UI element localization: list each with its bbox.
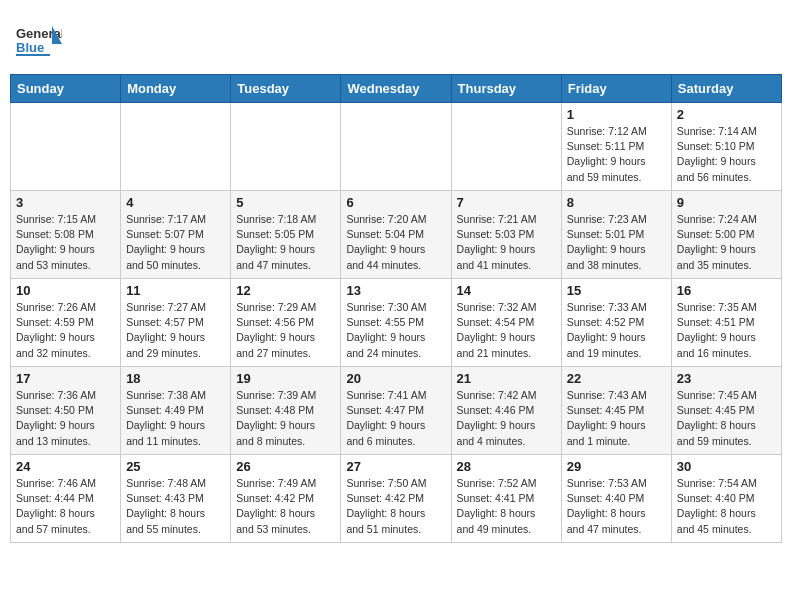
day-info: Sunrise: 7:17 AM Sunset: 5:07 PM Dayligh…	[126, 212, 225, 273]
day-info: Sunrise: 7:50 AM Sunset: 4:42 PM Dayligh…	[346, 476, 445, 537]
day-info: Sunrise: 7:24 AM Sunset: 5:00 PM Dayligh…	[677, 212, 776, 273]
day-info: Sunrise: 7:35 AM Sunset: 4:51 PM Dayligh…	[677, 300, 776, 361]
day-number: 6	[346, 195, 445, 210]
calendar-cell	[451, 103, 561, 191]
calendar-cell: 15Sunrise: 7:33 AM Sunset: 4:52 PM Dayli…	[561, 279, 671, 367]
svg-text:Blue: Blue	[16, 40, 44, 55]
day-number: 27	[346, 459, 445, 474]
day-number: 9	[677, 195, 776, 210]
calendar-week-2: 3Sunrise: 7:15 AM Sunset: 5:08 PM Daylig…	[11, 191, 782, 279]
logo: General Blue	[14, 16, 66, 68]
calendar-cell: 2Sunrise: 7:14 AM Sunset: 5:10 PM Daylig…	[671, 103, 781, 191]
logo-icon: General Blue	[14, 16, 62, 68]
day-number: 1	[567, 107, 666, 122]
calendar-cell: 12Sunrise: 7:29 AM Sunset: 4:56 PM Dayli…	[231, 279, 341, 367]
day-number: 25	[126, 459, 225, 474]
calendar-cell: 22Sunrise: 7:43 AM Sunset: 4:45 PM Dayli…	[561, 367, 671, 455]
day-number: 10	[16, 283, 115, 298]
day-number: 30	[677, 459, 776, 474]
calendar-cell: 5Sunrise: 7:18 AM Sunset: 5:05 PM Daylig…	[231, 191, 341, 279]
weekday-header-thursday: Thursday	[451, 75, 561, 103]
calendar-cell: 10Sunrise: 7:26 AM Sunset: 4:59 PM Dayli…	[11, 279, 121, 367]
day-info: Sunrise: 7:15 AM Sunset: 5:08 PM Dayligh…	[16, 212, 115, 273]
calendar-cell: 24Sunrise: 7:46 AM Sunset: 4:44 PM Dayli…	[11, 455, 121, 543]
day-info: Sunrise: 7:33 AM Sunset: 4:52 PM Dayligh…	[567, 300, 666, 361]
day-info: Sunrise: 7:32 AM Sunset: 4:54 PM Dayligh…	[457, 300, 556, 361]
weekday-header-row: SundayMondayTuesdayWednesdayThursdayFrid…	[11, 75, 782, 103]
day-number: 16	[677, 283, 776, 298]
calendar-cell	[341, 103, 451, 191]
day-info: Sunrise: 7:48 AM Sunset: 4:43 PM Dayligh…	[126, 476, 225, 537]
page-header: General Blue	[10, 10, 782, 68]
day-number: 18	[126, 371, 225, 386]
calendar-cell	[231, 103, 341, 191]
calendar-cell: 27Sunrise: 7:50 AM Sunset: 4:42 PM Dayli…	[341, 455, 451, 543]
day-number: 17	[16, 371, 115, 386]
day-info: Sunrise: 7:52 AM Sunset: 4:41 PM Dayligh…	[457, 476, 556, 537]
calendar-cell: 21Sunrise: 7:42 AM Sunset: 4:46 PM Dayli…	[451, 367, 561, 455]
calendar-cell	[11, 103, 121, 191]
day-info: Sunrise: 7:29 AM Sunset: 4:56 PM Dayligh…	[236, 300, 335, 361]
calendar-cell: 4Sunrise: 7:17 AM Sunset: 5:07 PM Daylig…	[121, 191, 231, 279]
day-info: Sunrise: 7:14 AM Sunset: 5:10 PM Dayligh…	[677, 124, 776, 185]
day-info: Sunrise: 7:26 AM Sunset: 4:59 PM Dayligh…	[16, 300, 115, 361]
day-number: 23	[677, 371, 776, 386]
day-number: 2	[677, 107, 776, 122]
day-info: Sunrise: 7:36 AM Sunset: 4:50 PM Dayligh…	[16, 388, 115, 449]
day-info: Sunrise: 7:41 AM Sunset: 4:47 PM Dayligh…	[346, 388, 445, 449]
day-number: 15	[567, 283, 666, 298]
weekday-header-friday: Friday	[561, 75, 671, 103]
day-info: Sunrise: 7:27 AM Sunset: 4:57 PM Dayligh…	[126, 300, 225, 361]
day-number: 5	[236, 195, 335, 210]
calendar-cell: 11Sunrise: 7:27 AM Sunset: 4:57 PM Dayli…	[121, 279, 231, 367]
calendar-week-5: 24Sunrise: 7:46 AM Sunset: 4:44 PM Dayli…	[11, 455, 782, 543]
calendar-cell: 28Sunrise: 7:52 AM Sunset: 4:41 PM Dayli…	[451, 455, 561, 543]
day-number: 4	[126, 195, 225, 210]
weekday-header-tuesday: Tuesday	[231, 75, 341, 103]
calendar-cell: 7Sunrise: 7:21 AM Sunset: 5:03 PM Daylig…	[451, 191, 561, 279]
day-number: 21	[457, 371, 556, 386]
day-number: 20	[346, 371, 445, 386]
calendar-cell: 9Sunrise: 7:24 AM Sunset: 5:00 PM Daylig…	[671, 191, 781, 279]
day-number: 8	[567, 195, 666, 210]
calendar-cell: 13Sunrise: 7:30 AM Sunset: 4:55 PM Dayli…	[341, 279, 451, 367]
calendar-cell: 17Sunrise: 7:36 AM Sunset: 4:50 PM Dayli…	[11, 367, 121, 455]
day-number: 19	[236, 371, 335, 386]
day-number: 13	[346, 283, 445, 298]
calendar-cell: 3Sunrise: 7:15 AM Sunset: 5:08 PM Daylig…	[11, 191, 121, 279]
calendar-cell: 16Sunrise: 7:35 AM Sunset: 4:51 PM Dayli…	[671, 279, 781, 367]
day-info: Sunrise: 7:45 AM Sunset: 4:45 PM Dayligh…	[677, 388, 776, 449]
calendar-cell: 29Sunrise: 7:53 AM Sunset: 4:40 PM Dayli…	[561, 455, 671, 543]
day-number: 28	[457, 459, 556, 474]
weekday-header-sunday: Sunday	[11, 75, 121, 103]
weekday-header-wednesday: Wednesday	[341, 75, 451, 103]
day-info: Sunrise: 7:43 AM Sunset: 4:45 PM Dayligh…	[567, 388, 666, 449]
calendar-cell: 1Sunrise: 7:12 AM Sunset: 5:11 PM Daylig…	[561, 103, 671, 191]
calendar-cell: 19Sunrise: 7:39 AM Sunset: 4:48 PM Dayli…	[231, 367, 341, 455]
day-info: Sunrise: 7:12 AM Sunset: 5:11 PM Dayligh…	[567, 124, 666, 185]
day-number: 29	[567, 459, 666, 474]
calendar-cell: 20Sunrise: 7:41 AM Sunset: 4:47 PM Dayli…	[341, 367, 451, 455]
day-info: Sunrise: 7:20 AM Sunset: 5:04 PM Dayligh…	[346, 212, 445, 273]
day-info: Sunrise: 7:23 AM Sunset: 5:01 PM Dayligh…	[567, 212, 666, 273]
day-info: Sunrise: 7:38 AM Sunset: 4:49 PM Dayligh…	[126, 388, 225, 449]
day-info: Sunrise: 7:53 AM Sunset: 4:40 PM Dayligh…	[567, 476, 666, 537]
weekday-header-saturday: Saturday	[671, 75, 781, 103]
day-info: Sunrise: 7:54 AM Sunset: 4:40 PM Dayligh…	[677, 476, 776, 537]
day-number: 12	[236, 283, 335, 298]
day-info: Sunrise: 7:49 AM Sunset: 4:42 PM Dayligh…	[236, 476, 335, 537]
calendar-cell: 18Sunrise: 7:38 AM Sunset: 4:49 PM Dayli…	[121, 367, 231, 455]
day-info: Sunrise: 7:21 AM Sunset: 5:03 PM Dayligh…	[457, 212, 556, 273]
day-number: 22	[567, 371, 666, 386]
calendar-table: SundayMondayTuesdayWednesdayThursdayFrid…	[10, 74, 782, 543]
day-number: 24	[16, 459, 115, 474]
weekday-header-monday: Monday	[121, 75, 231, 103]
calendar-week-3: 10Sunrise: 7:26 AM Sunset: 4:59 PM Dayli…	[11, 279, 782, 367]
calendar-week-1: 1Sunrise: 7:12 AM Sunset: 5:11 PM Daylig…	[11, 103, 782, 191]
day-info: Sunrise: 7:30 AM Sunset: 4:55 PM Dayligh…	[346, 300, 445, 361]
calendar-cell	[121, 103, 231, 191]
day-number: 14	[457, 283, 556, 298]
calendar-cell: 26Sunrise: 7:49 AM Sunset: 4:42 PM Dayli…	[231, 455, 341, 543]
calendar-cell: 8Sunrise: 7:23 AM Sunset: 5:01 PM Daylig…	[561, 191, 671, 279]
calendar-cell: 30Sunrise: 7:54 AM Sunset: 4:40 PM Dayli…	[671, 455, 781, 543]
